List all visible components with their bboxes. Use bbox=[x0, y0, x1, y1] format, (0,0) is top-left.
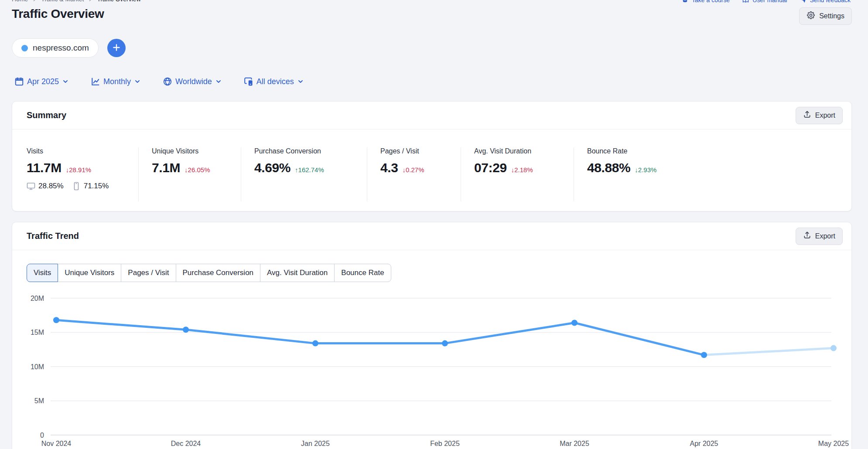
metric-purchase-conversion: Purchase Conversion4.69%↑162.74% bbox=[241, 147, 367, 201]
domain-color-dot-icon bbox=[21, 45, 28, 51]
traffic-trend-card-header: Traffic Trend Export bbox=[12, 222, 851, 250]
metric-label: Purchase Conversion bbox=[254, 147, 367, 155]
summary-export-button[interactable]: Export bbox=[796, 107, 843, 124]
globe-icon bbox=[163, 77, 172, 86]
trend-tab-visits[interactable]: Visits bbox=[27, 264, 58, 282]
book-icon bbox=[742, 0, 749, 3]
x-axis-tick-label: Nov 2024 bbox=[41, 440, 72, 447]
trend-tab-purchase-conversion[interactable]: Purchase Conversion bbox=[176, 264, 261, 282]
data-point[interactable] bbox=[53, 317, 59, 323]
metric-visits: Visits11.7M↓28.91%28.85%71.15% bbox=[27, 147, 138, 201]
x-axis-tick-label: Jan 2025 bbox=[301, 440, 330, 447]
settings-button-label: Settings bbox=[819, 12, 844, 20]
y-axis-tick-label: 20M bbox=[31, 295, 44, 302]
metric-value: 07:29 bbox=[474, 160, 507, 175]
filter-worldwide[interactable]: Worldwide bbox=[163, 77, 222, 86]
traffic-trend-card: Traffic Trend Export VisitsUnique Visito… bbox=[12, 222, 852, 449]
data-point[interactable] bbox=[701, 352, 707, 358]
chevron-right-icon bbox=[88, 0, 93, 2]
calendar-icon bbox=[14, 77, 24, 86]
trend-tab-unique-visitors[interactable]: Unique Visitors bbox=[58, 264, 121, 282]
trend-metric-tabs: VisitsUnique VisitorsPages / VisitPurcha… bbox=[27, 264, 391, 282]
domain-chip[interactable]: nespresso.com bbox=[12, 38, 99, 58]
x-axis-tick-label: Apr 2025 bbox=[690, 440, 718, 447]
trend-tab-pages-visit[interactable]: Pages / Visit bbox=[121, 264, 176, 282]
metric-delta: ↓2.93% bbox=[635, 166, 656, 173]
filter-all-devices[interactable]: All devices bbox=[244, 77, 304, 86]
summary-export-label: Export bbox=[815, 112, 835, 119]
add-competitor-button[interactable] bbox=[107, 39, 126, 57]
metric-value: 4.69% bbox=[254, 160, 290, 175]
metric-delta: ↑162.74% bbox=[295, 166, 324, 173]
summary-card-header: Summary Export bbox=[12, 102, 851, 129]
trend-tab-avg-visit-duration[interactable]: Avg. Visit Duration bbox=[260, 264, 335, 282]
domain-chip-label: nespresso.com bbox=[33, 43, 89, 53]
page-title: Traffic Overview bbox=[12, 7, 104, 21]
plus-icon bbox=[112, 43, 121, 53]
y-axis-tick-label: 10M bbox=[31, 363, 44, 371]
metric-pages-visit: Pages / Visit4.3↓0.27% bbox=[367, 147, 461, 201]
traffic-trend-line-chart: 05M10M15M20MNov 2024Dec 2024Jan 2025Feb … bbox=[12, 283, 852, 449]
paper-plane-icon bbox=[800, 0, 807, 3]
devices-icon bbox=[244, 77, 253, 86]
filter-monthly[interactable]: Monthly bbox=[91, 77, 141, 86]
trend-tab-bounce-rate[interactable]: Bounce Rate bbox=[334, 264, 391, 282]
metric-delta: ↓2.18% bbox=[511, 166, 533, 173]
traffic-trend-title: Traffic Trend bbox=[27, 231, 79, 241]
visits-trend-line bbox=[56, 320, 704, 355]
header-link-user-manual[interactable]: User manual bbox=[742, 0, 787, 3]
mobile-share: 71.15% bbox=[84, 182, 109, 190]
data-point[interactable] bbox=[183, 327, 189, 333]
trend-export-label: Export bbox=[815, 232, 835, 240]
filter-label: All devices bbox=[256, 77, 294, 86]
chevron-down-icon bbox=[134, 78, 141, 85]
filter-label: Monthly bbox=[103, 77, 131, 86]
chevron-right-icon bbox=[32, 0, 37, 2]
metric-value: 48.88% bbox=[587, 160, 630, 175]
metric-label: Avg. Visit Duration bbox=[474, 147, 574, 155]
summary-metrics: Visits11.7M↓28.91%28.85%71.15%Unique Vis… bbox=[12, 129, 851, 201]
line-chart-icon bbox=[91, 77, 100, 86]
header-link-label: Send feedback bbox=[810, 0, 851, 3]
chevron-down-icon bbox=[215, 78, 222, 85]
x-axis-tick-label: May 2025 bbox=[818, 440, 849, 447]
y-axis-tick-label: 5M bbox=[34, 397, 44, 405]
metric-label: Unique Visitors bbox=[152, 147, 241, 155]
device-split: 28.85%71.15% bbox=[27, 182, 138, 190]
metric-bounce-rate: Bounce Rate48.88%↓2.93% bbox=[574, 147, 837, 201]
breadcrumb-item[interactable]: Traffic & Market bbox=[41, 0, 84, 3]
x-axis-tick-label: Feb 2025 bbox=[430, 440, 460, 447]
y-axis-tick-label: 15M bbox=[31, 329, 44, 336]
visits-projection-line bbox=[704, 348, 834, 355]
projected-data-point[interactable] bbox=[830, 345, 837, 351]
breadcrumb-item[interactable]: Home bbox=[12, 0, 28, 3]
filter-label: Worldwide bbox=[175, 77, 212, 86]
metric-label: Pages / Visit bbox=[380, 147, 461, 155]
data-point[interactable] bbox=[571, 320, 578, 326]
metric-value: 11.7M bbox=[27, 160, 62, 175]
export-icon bbox=[803, 110, 811, 120]
metric-label: Visits bbox=[27, 147, 138, 155]
export-icon bbox=[803, 231, 811, 241]
trend-export-button[interactable]: Export bbox=[796, 228, 843, 245]
data-point[interactable] bbox=[312, 340, 318, 347]
header-link-take-a-course[interactable]: Take a course bbox=[681, 0, 730, 3]
traffic-overview-page: HomeTraffic & MarketTraffic Overview Tak… bbox=[0, 0, 868, 449]
desktop-icon bbox=[27, 182, 35, 190]
desktop-share: 28.85% bbox=[38, 182, 64, 190]
metric-delta: ↓0.27% bbox=[403, 166, 424, 173]
header-link-label: User manual bbox=[752, 0, 787, 3]
metric-value: 4.3 bbox=[380, 160, 398, 175]
summary-title: Summary bbox=[27, 110, 66, 120]
mobile-icon bbox=[72, 182, 81, 190]
filter-label: Apr 2025 bbox=[27, 77, 59, 86]
settings-button[interactable]: Settings bbox=[799, 7, 852, 25]
breadcrumb-item: Traffic Overview bbox=[97, 0, 140, 3]
metric-value: 7.1M bbox=[152, 160, 180, 175]
data-point[interactable] bbox=[442, 340, 448, 347]
metric-delta: ↓26.05% bbox=[185, 166, 210, 173]
breadcrumb: HomeTraffic & MarketTraffic Overview bbox=[12, 0, 141, 3]
filter-apr-2025[interactable]: Apr 2025 bbox=[14, 77, 69, 86]
header-link-send-feedback[interactable]: Send feedback bbox=[800, 0, 851, 3]
header-link-label: Take a course bbox=[692, 0, 730, 3]
